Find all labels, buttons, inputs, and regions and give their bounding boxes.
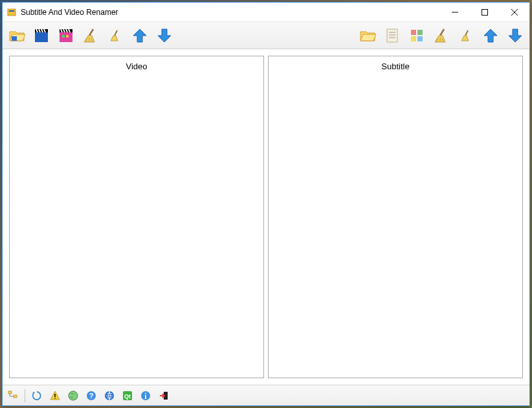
help-icon: ? [85,390,97,402]
video-color-icon [57,27,75,45]
svg-rect-12 [66,35,69,38]
close-button[interactable] [500,3,529,21]
subtitle-panel: Subtitle [268,56,523,378]
app-window: Subtitle And Video Renamer [2,2,530,406]
svg-line-30 [465,30,468,36]
svg-text:?: ? [89,392,94,400]
app-icon [6,7,17,17]
main-toolbar [3,22,529,49]
folder-open-icon [8,27,26,45]
video-move-down-button[interactable] [153,24,176,47]
clean-video-small-button[interactable] [104,24,127,47]
clean-subtitle-small-button[interactable] [454,24,478,47]
statusbar-separator [25,389,25,402]
svg-rect-25 [417,36,423,41]
svg-rect-32 [14,395,17,398]
subtitle-list[interactable] [269,76,522,378]
document-icon [383,27,401,45]
subtitle-document-button[interactable] [381,24,404,47]
globe-icon [67,390,79,402]
subtitle-color-grid-button[interactable] [405,24,428,47]
minimize-button[interactable] [440,3,470,21]
window-title: Subtitle And Video Renamer [21,8,440,17]
warning-button[interactable] [47,388,63,403]
main-content: Video Subtitle [3,49,529,385]
video-toolbar-section [5,24,176,47]
arrow-up-icon [131,27,149,45]
broom-small-icon [457,27,475,45]
svg-text:Qt: Qt [124,393,131,400]
open-video-folder-button[interactable] [5,24,28,47]
info-button[interactable] [138,388,153,403]
svg-point-36 [54,398,56,399]
qt-about-button[interactable]: Qt [120,388,135,403]
svg-rect-24 [411,36,416,41]
clear-video-button[interactable] [79,24,102,47]
help-button[interactable]: ? [83,388,99,403]
svg-line-17 [115,30,117,36]
folder-open-icon [359,27,377,45]
svg-rect-18 [387,29,397,42]
svg-rect-7 [35,32,48,42]
video-color-button[interactable] [54,24,78,47]
svg-line-26 [440,29,444,36]
svg-rect-45 [145,395,146,399]
video-panel: Video [9,56,264,378]
refresh-icon [31,390,43,402]
clear-subtitle-button[interactable] [430,24,453,47]
window-controls [440,3,529,21]
video-list[interactable] [10,76,263,378]
warning-icon [49,390,61,402]
subtitle-move-down-button[interactable] [504,24,527,47]
svg-rect-3 [482,9,488,15]
subtitle-move-up-button[interactable] [479,24,502,47]
svg-rect-23 [417,30,423,35]
exit-icon [158,390,170,402]
subtitle-panel-header: Subtitle [269,56,522,76]
svg-line-13 [89,29,93,36]
broom-icon [82,27,100,45]
info-icon [140,390,151,402]
video-clapper-icon [32,27,50,45]
arrow-down-icon [155,27,173,45]
svg-rect-6 [12,36,17,41]
arrow-down-icon [506,27,524,45]
globe-blue-button[interactable] [102,388,117,403]
svg-rect-22 [411,30,416,35]
subtitle-toolbar-section [356,24,527,47]
color-grid-icon [408,27,426,45]
svg-rect-11 [62,35,65,38]
broom-icon [432,27,450,45]
titlebar: Subtitle And Video Renamer [3,3,529,22]
tree-view-button[interactable] [5,388,21,403]
video-move-up-button[interactable] [128,24,151,47]
exit-button[interactable] [156,388,172,403]
qt-icon: Qt [122,390,133,402]
globe-blue-icon [104,390,115,402]
globe-button[interactable] [65,388,81,403]
refresh-button[interactable] [29,388,45,403]
statusbar: ? Qt [3,385,529,405]
arrow-up-icon [482,27,500,45]
open-subtitle-folder-button[interactable] [356,24,379,47]
svg-rect-0 [8,9,16,16]
video-panel-header: Video [10,56,263,76]
svg-rect-31 [8,391,12,394]
broom-small-icon [106,27,124,45]
svg-point-44 [145,392,146,394]
video-clapper-button[interactable] [30,24,53,47]
maximize-button[interactable] [470,3,500,21]
svg-point-37 [69,391,78,400]
tree-icon [7,390,19,402]
svg-rect-1 [9,10,14,12]
